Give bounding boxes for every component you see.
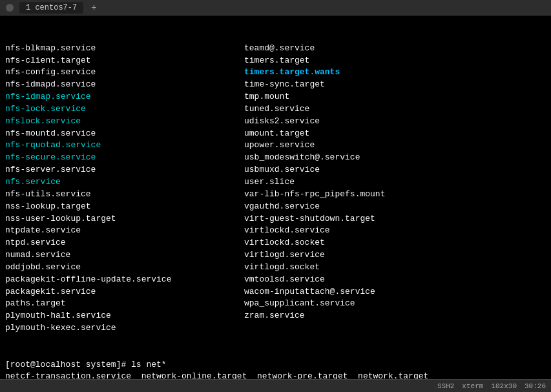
svc-vgauthd: vgauthd.service bbox=[244, 201, 320, 211]
left-column: nfs-blkmap.service nfs-client.target nfs… bbox=[5, 30, 244, 347]
prompt1: [root@localhost system]# bbox=[5, 360, 131, 369]
svc-var-lib-nfs: var-lib-nfs-rpc_pipefs.mount bbox=[244, 189, 385, 199]
svc-umount: umount.target bbox=[244, 129, 309, 138]
svc-nfs-client: nfs-client.target bbox=[5, 56, 91, 65]
svc-teamd: teamd@.service bbox=[244, 43, 315, 53]
svc-virtlockd-socket: virtlockd.socket bbox=[244, 238, 325, 247]
terminal-content: nfs-blkmap.service nfs-client.target nfs… bbox=[5, 18, 546, 379]
svc-tmp: tmp.mount bbox=[244, 92, 289, 101]
svc-nfs-secure: nfs-secure.service bbox=[5, 152, 96, 162]
svc-nfs-idmap: nfs-idmap.service bbox=[5, 92, 91, 101]
svc-upower: upower.service bbox=[244, 140, 315, 150]
title-bar-buttons bbox=[5, 3, 14, 12]
svc-ntpd: ntpd.service bbox=[5, 238, 66, 247]
time-label: 30:26 bbox=[525, 382, 546, 390]
svc-nfs-mountd: nfs-mountd.service bbox=[5, 129, 96, 138]
svc-virtlogd-socket: virtlogd.socket bbox=[244, 262, 320, 272]
xterm-label: xterm bbox=[462, 382, 483, 390]
svc-nfs-lock: nfs-lock.service bbox=[5, 104, 86, 114]
svc-numad: numad.service bbox=[5, 250, 70, 260]
right-column: teamd@.service timers.target timers.targ… bbox=[244, 30, 546, 347]
terminal-container[interactable]: nfs-blkmap.service nfs-client.target nfs… bbox=[0, 15, 551, 379]
svc-vmtoolsd: vmtoolsd.service bbox=[244, 274, 325, 284]
svc-virt-guest: virt-guest-shutdown.target bbox=[244, 214, 375, 223]
svc-usbmuxd: usbmuxd.service bbox=[244, 165, 320, 174]
svc-nss-user-lookup: nss-user-lookup.target bbox=[5, 214, 116, 223]
svg-point-0 bbox=[6, 4, 14, 12]
svc-user-slice: user.slice bbox=[244, 177, 295, 187]
svc-wacom: wacom-inputattach@.service bbox=[244, 287, 375, 296]
svc-nfs-config: nfs-config.service bbox=[5, 67, 96, 77]
ssh-label: SSH2 bbox=[437, 382, 454, 390]
svc-tuned: tuned.service bbox=[244, 104, 309, 114]
svc-timers-wants: timers.target.wants bbox=[244, 67, 340, 77]
svc-udisks2: udisks2.service bbox=[244, 116, 320, 126]
status-bar: SSH2 xterm 102x30 30:26 bbox=[0, 379, 551, 392]
service-list: nfs-blkmap.service nfs-client.target nfs… bbox=[5, 30, 546, 347]
tab-label: 1 centos7-7 bbox=[26, 3, 77, 12]
svc-plymouth-kexec: plymouth-kexec.service bbox=[5, 323, 116, 333]
svc-nfs: nfs.service bbox=[5, 177, 61, 187]
svc-nfs-blkmap: nfs-blkmap.service bbox=[5, 43, 96, 53]
svc-nss-lookup: nss-lookup.target bbox=[5, 201, 91, 211]
svc-usb-modeswitch: usb_modeswitch@.service bbox=[244, 152, 360, 162]
svc-ntpdate: ntpdate.service bbox=[5, 225, 81, 235]
svc-oddjobd: oddjobd.service bbox=[5, 262, 81, 272]
svc-nfs-rquotad: nfs-rquotad.service bbox=[5, 140, 101, 150]
svc-wpa: wpa_supplicant.service bbox=[244, 298, 355, 308]
window-close-icon[interactable] bbox=[5, 3, 14, 12]
svc-zram: zram.service bbox=[244, 311, 305, 320]
tab-add-button[interactable]: + bbox=[88, 3, 99, 13]
svc-nfslock: nfslock.service bbox=[5, 116, 81, 126]
cmd1-text: ls net* bbox=[131, 360, 167, 369]
svc-nfs-server: nfs-server.service bbox=[5, 165, 96, 174]
svc-virtlockd: virtlockd.service bbox=[244, 225, 330, 235]
svc-nfs-utils: nfs-utils.service bbox=[5, 189, 91, 199]
tab[interactable]: 1 centos7-7 bbox=[19, 2, 83, 14]
svc-time-sync: time-sync.target bbox=[244, 79, 325, 89]
svc-packagekit-offline: packagekit-offline-update.service bbox=[5, 274, 171, 284]
svc-nfs-idmapd: nfs-idmapd.service bbox=[5, 79, 96, 89]
size-label: 102x30 bbox=[491, 382, 517, 390]
svc-virtlogd: virtlogd.service bbox=[244, 250, 325, 260]
svc-packagekit: packagekit.service bbox=[5, 287, 96, 296]
svc-paths: paths.target bbox=[5, 298, 66, 308]
svc-timers: timers.target bbox=[244, 56, 309, 65]
ls-result: netcf-transaction.service network-online… bbox=[5, 371, 428, 379]
title-bar: 1 centos7-7 + bbox=[0, 0, 551, 15]
svc-plymouth-halt: plymouth-halt.service bbox=[5, 311, 111, 320]
